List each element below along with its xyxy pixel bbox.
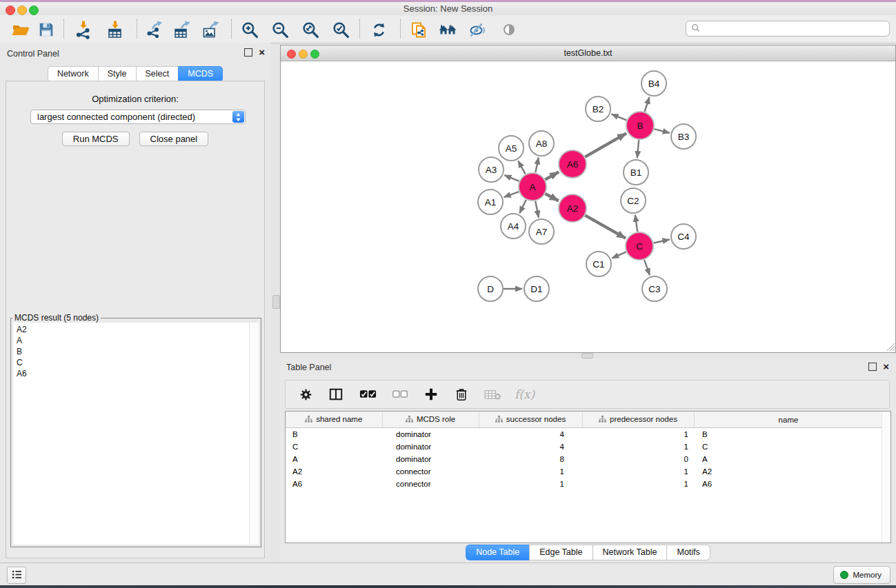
table-scrollbar[interactable] <box>882 412 890 543</box>
hide-graphics-details-icon[interactable] <box>466 19 488 41</box>
close-panel-icon[interactable]: × <box>259 49 265 56</box>
search-input[interactable] <box>704 23 889 34</box>
graph-node-A2[interactable]: A2 <box>559 194 586 222</box>
memory-button[interactable]: Memory <box>833 566 890 584</box>
graph-edge-A-A5[interactable] <box>518 161 526 174</box>
cell-name[interactable]: A <box>694 453 883 465</box>
cell-mcds_role[interactable]: connector <box>382 478 479 490</box>
add-column-icon[interactable] <box>422 385 440 403</box>
graph-edge-C-C2[interactable] <box>635 215 637 232</box>
graph-node-C[interactable]: C <box>626 232 653 260</box>
graph-node-A6[interactable]: A6 <box>559 150 586 178</box>
cell-mcds_role[interactable]: dominator <box>382 453 479 465</box>
column-header-mcds-role[interactable]: MCDS role <box>382 412 479 428</box>
graph-edge-A-A4[interactable] <box>519 200 526 213</box>
graph-node-C2[interactable]: C2 <box>621 188 646 213</box>
graph-node-B4[interactable]: B4 <box>641 71 666 96</box>
app-titlebar[interactable]: Session: New Session <box>0 2 896 15</box>
import-table-icon[interactable] <box>104 19 126 41</box>
graph-edge-A-A7[interactable] <box>535 201 539 218</box>
tab-select[interactable]: Select <box>136 66 179 82</box>
table-row[interactable]: Cdominator41C <box>286 440 883 453</box>
tab-mcds[interactable]: MCDS <box>178 66 223 82</box>
save-session-icon[interactable] <box>35 19 57 41</box>
graph-edge-B-B2[interactable] <box>612 114 627 121</box>
graph-edge-A-A3[interactable] <box>504 175 519 181</box>
float-table-panel-icon[interactable] <box>868 363 877 371</box>
open-file-icon[interactable] <box>10 19 32 41</box>
zoom-out-icon[interactable] <box>269 19 291 41</box>
tab-style[interactable]: Style <box>98 66 136 82</box>
cell-predecessor_nodes[interactable]: 0 <box>582 453 694 465</box>
window-resize-grip[interactable] <box>885 341 895 351</box>
graph-node-A[interactable]: A <box>519 173 546 201</box>
settings-gear-icon[interactable] <box>297 385 315 403</box>
export-network-icon[interactable] <box>143 19 166 41</box>
zoom-selected-icon[interactable] <box>330 19 352 41</box>
graph-edge-B-B3[interactable] <box>654 129 669 133</box>
cell-predecessor_nodes[interactable]: 1 <box>582 440 694 453</box>
graph-node-B[interactable]: B <box>626 112 654 139</box>
graph-edge-C-C1[interactable] <box>612 252 626 258</box>
mcds-result-list[interactable]: A2ABCA6 <box>13 323 259 545</box>
network-canvas[interactable]: AA1A2A3A4A5A6A7A8BB1B2B3B4CC1C2C3C4DD1 <box>281 61 895 352</box>
cell-successor_nodes[interactable]: 1 <box>479 478 582 490</box>
graph-node-A7[interactable]: A7 <box>529 219 554 244</box>
optimization-criterion-select[interactable]: largest connected component (directed) <box>30 110 246 124</box>
export-image-icon[interactable] <box>200 19 222 41</box>
show-column-icon[interactable] <box>327 385 345 403</box>
tab-network[interactable]: Network <box>48 66 98 82</box>
cell-successor_nodes[interactable]: 4 <box>479 440 582 453</box>
cell-predecessor_nodes[interactable]: 1 <box>582 478 694 490</box>
cell-mcds_role[interactable]: connector <box>382 465 479 478</box>
cell-predecessor_nodes[interactable]: 1 <box>582 428 694 441</box>
cell-shared_name[interactable]: C <box>286 440 382 453</box>
graph-edge-C-C3[interactable] <box>644 260 650 275</box>
mcds-result-item[interactable]: A <box>17 335 255 346</box>
cell-successor_nodes[interactable]: 4 <box>479 428 582 441</box>
column-header-successor-nodes[interactable]: successor nodes <box>479 412 582 428</box>
delete-column-icon[interactable] <box>452 385 470 403</box>
search-field[interactable] <box>686 21 890 37</box>
graph-node-C3[interactable]: C3 <box>642 276 667 301</box>
graph-node-D[interactable]: D <box>478 276 503 301</box>
export-table-icon[interactable] <box>171 19 193 41</box>
graph-node-C1[interactable]: C1 <box>586 252 611 276</box>
task-history-button[interactable] <box>7 567 26 584</box>
table-row[interactable]: Bdominator41B <box>286 428 883 441</box>
graph-node-B2[interactable]: B2 <box>586 97 610 121</box>
mcds-result-item[interactable]: A2 <box>17 324 255 335</box>
cell-successor_nodes[interactable]: 1 <box>479 465 582 478</box>
mcds-result-item[interactable]: A6 <box>17 368 255 379</box>
cell-shared_name[interactable]: A6 <box>286 478 382 490</box>
zoom-in-icon[interactable] <box>239 19 261 41</box>
mcds-result-item[interactable]: B <box>17 346 255 357</box>
float-panel-icon[interactable] <box>244 48 252 57</box>
graph-node-A5[interactable]: A5 <box>499 136 524 161</box>
cell-name[interactable]: C <box>694 440 883 453</box>
deselect-all-checkboxes-icon[interactable] <box>390 385 410 403</box>
graph-node-D1[interactable]: D1 <box>524 276 549 301</box>
cell-successor_nodes[interactable]: 8 <box>479 453 582 465</box>
graph-node-A1[interactable]: A1 <box>478 190 503 214</box>
graph-node-B3[interactable]: B3 <box>671 124 696 149</box>
close-panel-button[interactable]: Close panel <box>139 132 209 146</box>
graph-edge-A-A2[interactable] <box>546 194 559 201</box>
cell-shared_name[interactable]: A <box>286 453 382 465</box>
show-graphics-details-icon[interactable] <box>498 19 520 41</box>
table-row[interactable]: A6connector11A6 <box>286 478 883 490</box>
close-table-panel-icon[interactable]: × <box>883 363 889 370</box>
graph-node-A8[interactable]: A8 <box>529 131 554 156</box>
graph-edge-A-A6[interactable] <box>545 172 559 179</box>
tab-edge-table[interactable]: Edge Table <box>529 545 592 560</box>
column-header-shared-name[interactable]: shared name <box>286 412 382 428</box>
cell-name[interactable]: A2 <box>694 465 883 478</box>
horizontal-splitter-handle[interactable] <box>581 353 593 358</box>
cell-shared_name[interactable]: B <box>286 428 382 441</box>
vertical-splitter-handle[interactable] <box>272 295 280 309</box>
mcds-result-scrollbar[interactable] <box>249 323 259 545</box>
graph-edge-C-C4[interactable] <box>654 239 670 243</box>
cell-mcds_role[interactable]: dominator <box>382 440 479 453</box>
zoom-fit-icon[interactable] <box>299 19 321 41</box>
mcds-result-item[interactable]: C <box>17 357 255 368</box>
